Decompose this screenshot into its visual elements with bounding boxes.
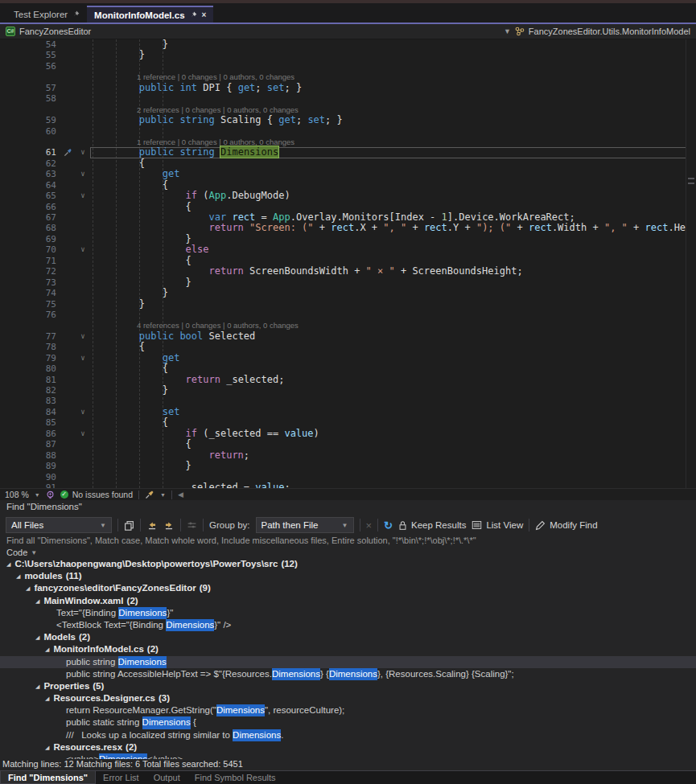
result-match-row[interactable]: <TextBlock Text="{Binding Dimensions}" /… bbox=[0, 619, 696, 631]
breakpoint-margin[interactable] bbox=[0, 331, 27, 342]
breakpoint-margin[interactable] bbox=[0, 461, 27, 471]
tree-expander-icon[interactable]: ◢ bbox=[35, 595, 39, 607]
code-line[interactable]: 80 { bbox=[0, 363, 696, 374]
result-file-row[interactable]: ◢Resources.Designer.cs(3) bbox=[0, 692, 696, 704]
code-line[interactable]: 76 bbox=[0, 310, 696, 320]
result-file-row[interactable]: ◢MainWindow.xaml(2) bbox=[0, 595, 696, 607]
result-folder-row[interactable]: ◢modules(11) bbox=[0, 570, 696, 582]
result-match-row[interactable]: Text="{Binding Dimensions}" bbox=[0, 607, 696, 619]
tab-output[interactable]: Output bbox=[146, 771, 187, 784]
result-match-row[interactable]: public static string Dimensions { bbox=[0, 716, 696, 729]
breakpoint-margin[interactable] bbox=[0, 353, 27, 363]
fold-margin[interactable] bbox=[76, 93, 90, 104]
fold-margin[interactable] bbox=[76, 342, 90, 352]
code-line[interactable]: 54 } bbox=[0, 39, 696, 50]
previous-location-icon[interactable] bbox=[146, 520, 158, 531]
fold-margin[interactable] bbox=[76, 223, 90, 233]
editor-vertical-scrollbar[interactable] bbox=[686, 39, 696, 488]
fold-margin[interactable] bbox=[76, 234, 90, 244]
fold-margin[interactable] bbox=[76, 472, 90, 482]
fold-margin[interactable] bbox=[76, 450, 90, 461]
result-file-row[interactable]: ◢MonitorInfoModel.cs(2) bbox=[0, 643, 696, 655]
breakpoint-margin[interactable] bbox=[0, 126, 27, 137]
breakpoint-margin[interactable] bbox=[0, 363, 27, 374]
codelens-row[interactable]: 1 reference | 0 changes | 0 authors, 0 c… bbox=[0, 72, 696, 82]
breakpoint-margin[interactable] bbox=[0, 256, 27, 266]
breakpoint-margin[interactable] bbox=[0, 212, 27, 223]
code-line[interactable]: 56 bbox=[0, 61, 696, 72]
breakpoint-margin[interactable] bbox=[0, 429, 27, 439]
scope-combobox[interactable]: All Files ▼ bbox=[6, 517, 112, 533]
breakpoint-margin[interactable] bbox=[0, 169, 27, 179]
fold-margin[interactable] bbox=[76, 115, 90, 125]
breakpoint-margin[interactable] bbox=[0, 417, 27, 428]
zoom-level[interactable]: 108 % bbox=[5, 490, 29, 499]
fold-chevron-icon[interactable]: ∨ bbox=[76, 169, 90, 179]
fold-margin[interactable] bbox=[76, 61, 90, 72]
breakpoint-margin[interactable] bbox=[0, 83, 27, 93]
keep-results-button[interactable]: Keep Results bbox=[398, 520, 466, 531]
tab-error-list[interactable]: Error List bbox=[96, 771, 146, 784]
breakpoint-margin[interactable] bbox=[0, 277, 27, 288]
result-folder-row[interactable]: ◢C:\Users\zhaopengwang\Desktop\powertoys… bbox=[0, 558, 696, 570]
code-line[interactable]: 60 bbox=[0, 126, 696, 137]
fold-chevron-icon[interactable]: ∨ bbox=[76, 353, 90, 363]
code-line[interactable]: 62 { bbox=[0, 158, 696, 169]
result-match-row[interactable]: /// Looks up a localized string similar … bbox=[0, 729, 696, 741]
list-view-button[interactable]: List View bbox=[472, 520, 523, 530]
code-line[interactable]: 68 return "Screen: (" + rect.X + ", " + … bbox=[0, 223, 696, 233]
breakpoint-margin[interactable] bbox=[0, 223, 27, 233]
breakpoint-margin[interactable] bbox=[0, 310, 27, 320]
code-line[interactable]: 81 return _selected; bbox=[0, 375, 696, 385]
fold-chevron-icon[interactable]: ∨ bbox=[76, 429, 90, 439]
code-line[interactable]: 75 } bbox=[0, 299, 696, 310]
result-file-row[interactable]: ◢Resources.resx(2) bbox=[0, 741, 696, 753]
modify-find-button[interactable]: Modify Find bbox=[535, 520, 597, 531]
code-line[interactable]: 71 { bbox=[0, 256, 696, 266]
code-line[interactable]: 91 _selected = value; bbox=[0, 482, 696, 488]
fold-margin[interactable] bbox=[76, 39, 90, 50]
fold-chevron-icon[interactable]: ∨ bbox=[76, 147, 90, 158]
breakpoint-margin[interactable] bbox=[0, 191, 27, 201]
result-folder-row[interactable]: ◢Properties(5) bbox=[0, 680, 696, 692]
code-line[interactable]: 67 var rect = App.Overlay.Monitors[Index… bbox=[0, 212, 696, 223]
breakpoint-margin[interactable] bbox=[0, 299, 27, 310]
screwdriver-icon[interactable] bbox=[64, 148, 72, 157]
fold-margin[interactable] bbox=[76, 50, 90, 60]
fold-margin[interactable] bbox=[76, 299, 90, 310]
breakpoint-margin[interactable] bbox=[0, 202, 27, 212]
breakpoint-margin[interactable] bbox=[0, 39, 27, 50]
tree-expander-icon[interactable]: ◢ bbox=[45, 741, 49, 753]
breakpoint-margin[interactable] bbox=[0, 385, 27, 396]
breadcrumb-project[interactable]: FancyZonesEditor bbox=[19, 27, 91, 36]
hscroll-left-arrow[interactable]: ◀ bbox=[178, 491, 183, 499]
code-line[interactable]: 78 { bbox=[0, 342, 696, 352]
fold-margin[interactable] bbox=[76, 482, 90, 488]
tree-expander-icon[interactable]: ◢ bbox=[35, 631, 39, 643]
refresh-icon[interactable]: ↻ bbox=[384, 519, 393, 532]
code-line[interactable]: 89 } bbox=[0, 461, 696, 471]
code-line[interactable]: 83 bbox=[0, 396, 696, 406]
breakpoint-margin[interactable] bbox=[0, 266, 27, 277]
pin-icon[interactable] bbox=[72, 10, 80, 18]
code-line[interactable]: 85 { bbox=[0, 417, 696, 428]
codelens-row[interactable]: 4 references | 0 changes | 0 authors, 0 … bbox=[0, 320, 696, 330]
copy-results-icon[interactable] bbox=[124, 520, 134, 531]
fold-margin[interactable] bbox=[76, 202, 90, 212]
breakpoint-margin[interactable] bbox=[0, 115, 27, 125]
breakpoint-margin[interactable] bbox=[0, 288, 27, 298]
breakpoint-margin[interactable] bbox=[0, 180, 27, 191]
code-line[interactable]: 59 public string Scaling { get; set; } bbox=[0, 115, 696, 125]
close-icon[interactable]: × bbox=[202, 10, 207, 19]
code-line[interactable]: 73 } bbox=[0, 277, 696, 288]
code-line[interactable]: 58 bbox=[0, 93, 696, 104]
code-line[interactable]: 61∨ public string Dimensions bbox=[0, 147, 696, 158]
fold-margin[interactable] bbox=[76, 126, 90, 137]
fold-chevron-icon[interactable]: ∨ bbox=[76, 407, 90, 417]
fold-chevron-icon[interactable]: ∨ bbox=[76, 331, 90, 342]
code-line[interactable]: 64 { bbox=[0, 180, 696, 191]
fold-margin[interactable] bbox=[76, 266, 90, 277]
fold-margin[interactable] bbox=[76, 461, 90, 471]
result-match-row[interactable]: public string AccessibleHelpText => $"{R… bbox=[0, 668, 696, 680]
breakpoint-margin[interactable] bbox=[0, 72, 27, 82]
